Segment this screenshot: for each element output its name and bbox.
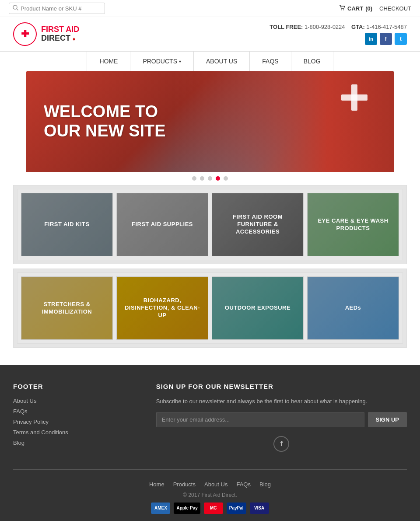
footer-copyright: © 2017 First Aid Direct. [183, 492, 237, 498]
cart-count: (0) [365, 5, 372, 12]
newsletter-form: SIGN UP [156, 412, 407, 427]
hero-dot-4[interactable] [216, 176, 220, 181]
bottom-link-products[interactable]: Products [173, 481, 196, 488]
newsletter-text: Subscribe to our newsletter and always b… [156, 397, 407, 406]
product-overlay: EYE CARE & EYE WASH PRODUCTS [308, 193, 399, 256]
nav-blog[interactable]: BLOG [291, 52, 333, 71]
footer-link-privacy[interactable]: Privacy Policy [13, 419, 49, 425]
linkedin-icon[interactable]: in [365, 33, 377, 45]
nav-home[interactable]: HOME [87, 52, 130, 71]
cart-link[interactable]: CART (0) [339, 5, 372, 12]
product-card-eyecare[interactable]: EYE CARE & EYE WASH PRODUCTS [307, 193, 399, 256]
newsletter-title: SIGN UP FOR OUR NEWSLETTER [156, 383, 407, 390]
product-overlay: AEDs [308, 277, 399, 339]
hero-dot-1[interactable] [192, 176, 196, 181]
product-label: EYE CARE & EYE WASH PRODUCTS [312, 217, 394, 232]
logo-text: FIRST AID DIRECT ♦ [41, 25, 79, 43]
footer-bottom-links: Home Products About Us FAQs Blog [149, 481, 271, 488]
header: ✚ FIRST AID DIRECT ♦ TOLL FREE: 1-800-92… [0, 17, 420, 51]
product-grid-row1: FIRST AID KITS FIRST AID SUPPLIES FIRST … [17, 189, 403, 260]
nav-about[interactable]: ABOUT US [194, 52, 250, 71]
product-card-aeds[interactable]: AEDs [307, 276, 399, 340]
product-label: FIRST AID KITS [44, 221, 89, 228]
product-grid-row1-wrapper: FIRST AID KITS FIRST AID SUPPLIES FIRST … [13, 185, 407, 264]
footer-link-terms[interactable]: Terms and Conditions [13, 429, 68, 436]
product-label: FIRST AID SUPPLIES [132, 221, 193, 228]
bottom-link-faqs[interactable]: FAQs [236, 481, 251, 488]
logo-leaf: ♦ [73, 36, 75, 42]
list-item: Blog [13, 439, 139, 446]
footer: FOOTER About Us FAQs Privacy Policy Term… [0, 365, 420, 521]
newsletter-email-input[interactable] [156, 412, 364, 427]
cart-label: CART [347, 5, 363, 12]
product-overlay: FIRST AID KITS [21, 193, 112, 256]
search-wrap[interactable] [9, 3, 105, 14]
cart-icon [339, 5, 345, 12]
payment-visa: VISA [250, 503, 269, 514]
product-card-firstaidkits[interactable]: FIRST AID KITS [21, 193, 113, 256]
twitter-icon[interactable]: t [395, 33, 407, 45]
footer-divider [13, 469, 407, 470]
svg-point-2 [341, 9, 342, 10]
product-card-firstaidsupp[interactable]: FIRST AID SUPPLIES [116, 193, 208, 256]
payment-paypal: PayPal [227, 503, 246, 514]
product-label: AEDs [345, 304, 361, 312]
hero-section: WELCOME TO OUR NEW SITE [13, 71, 407, 185]
bottom-link-about[interactable]: About Us [204, 481, 228, 488]
payment-icons: AMEX Apple Pay MC PayPal VISA [151, 503, 269, 514]
product-label: STRETCHERS & IMMOBILIZATION [26, 301, 108, 316]
logo-line2: DIRECT ♦ [41, 34, 79, 43]
footer-bottom: Home Products About Us FAQs Blog © 2017 … [13, 474, 407, 521]
list-item: Privacy Policy [13, 418, 139, 425]
list-item: Terms and Conditions [13, 429, 139, 436]
product-label: OUTDOOR EXPOSURE [225, 304, 290, 312]
footer-link-about[interactable]: About Us [13, 398, 36, 404]
hero-dot-5[interactable] [224, 176, 228, 181]
cart-checkout-area: CART (0) CHECKOUT [339, 5, 411, 12]
logo-wrap[interactable]: ✚ FIRST AID DIRECT ♦ [13, 22, 79, 46]
footer-link-blog[interactable]: Blog [13, 440, 24, 446]
header-contact: TOLL FREE: 1-800-928-0224 GTA: 1-416-417… [270, 24, 407, 45]
search-input[interactable] [21, 5, 101, 12]
product-overlay: FIRST AID ROOM FURNITURE & ACCESSORIES [212, 193, 303, 256]
footer-newsletter-col: SIGN UP FOR OUR NEWSLETTER Subscribe to … [156, 383, 407, 452]
list-item: About Us [13, 397, 139, 404]
svg-point-0 [13, 5, 17, 9]
footer-links-list: About Us FAQs Privacy Policy Terms and C… [13, 397, 139, 446]
product-label: FIRST AID ROOM FURNITURE & ACCESSORIES [217, 213, 299, 236]
product-grid-row2: STRETCHERS & IMMOBILIZATION BIOHAZARD, D… [17, 272, 403, 344]
hero-dot-2[interactable] [200, 176, 204, 181]
hero-dot-3[interactable] [208, 176, 212, 181]
product-label: BIOHAZARD, DISINFECTION, & CLEAN-UP [121, 297, 203, 319]
facebook-icon[interactable]: f [380, 33, 392, 45]
product-card-biohazard[interactable]: BIOHAZARD, DISINFECTION, & CLEAN-UP [116, 276, 208, 340]
hero-image: WELCOME TO OUR NEW SITE [26, 71, 394, 172]
social-icons: in f t [270, 33, 407, 45]
newsletter-signup-button[interactable]: SIGN UP [368, 412, 407, 427]
footer-links-col: FOOTER About Us FAQs Privacy Policy Term… [13, 383, 139, 452]
footer-link-faqs[interactable]: FAQs [13, 408, 28, 415]
bottom-link-blog[interactable]: Blog [259, 481, 271, 488]
contact-line: TOLL FREE: 1-800-928-0224 GTA: 1-416-417… [270, 24, 407, 30]
product-card-stretchers[interactable]: STRETCHERS & IMMOBILIZATION [21, 276, 113, 340]
nav-faqs[interactable]: FAQS [250, 52, 291, 71]
payment-apple: Apple Pay [174, 503, 200, 514]
payment-mastercard: MC [204, 503, 223, 514]
logo-icon-box: ✚ [13, 22, 37, 46]
hero-dots [26, 172, 394, 185]
hero-text: WELCOME TO OUR NEW SITE [26, 89, 183, 154]
nav-products[interactable]: PRODUCTS ▾ [130, 52, 194, 71]
checkout-link[interactable]: CHECKOUT [379, 5, 411, 12]
top-bar: CART (0) CHECKOUT [0, 0, 420, 17]
hero-cross-symbol [341, 84, 368, 111]
list-item: FAQs [13, 408, 139, 415]
product-card-firstaidroom[interactable]: FIRST AID ROOM FURNITURE & ACCESSORIES [212, 193, 304, 256]
product-overlay: BIOHAZARD, DISINFECTION, & CLEAN-UP [117, 277, 208, 339]
bottom-link-home[interactable]: Home [149, 481, 164, 488]
hero-slider[interactable]: WELCOME TO OUR NEW SITE [26, 71, 394, 185]
logo-line1: FIRST AID [41, 25, 79, 34]
footer-social: f [156, 436, 407, 452]
product-card-outdoor[interactable]: OUTDOOR EXPOSURE [212, 276, 304, 340]
hero-title: WELCOME TO OUR NEW SITE [44, 102, 166, 140]
footer-facebook-icon[interactable]: f [273, 436, 289, 452]
